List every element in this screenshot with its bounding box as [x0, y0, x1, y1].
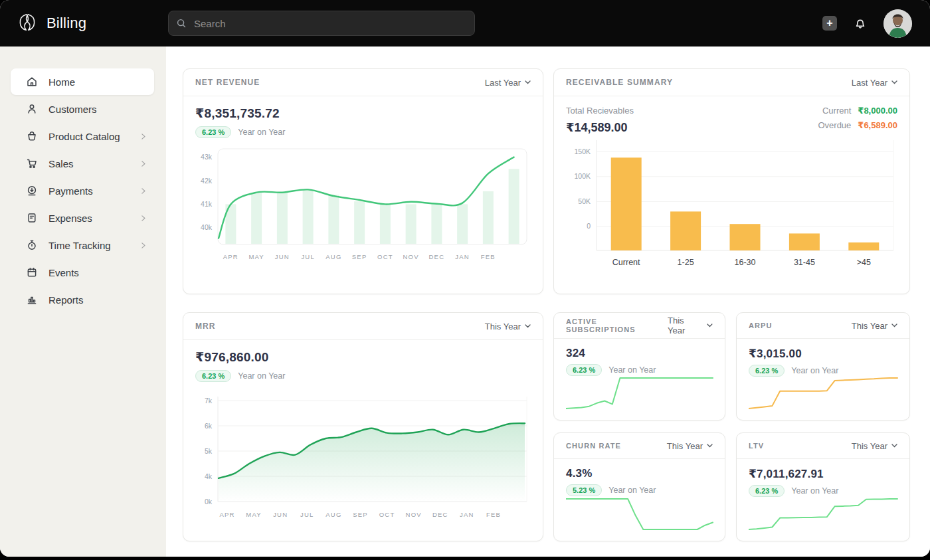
main-content: NET REVENUE Last Year ₹8,351,735.72 6.23… — [166, 47, 930, 557]
arpu-sparkline — [749, 375, 899, 411]
sales-icon — [25, 157, 39, 170]
events-icon — [25, 266, 39, 279]
period-selector[interactable]: This Year — [485, 322, 531, 331]
svg-text:JUL: JUL — [300, 511, 314, 518]
svg-text:31-45: 31-45 — [794, 258, 815, 267]
period-selector[interactable]: Last Year — [852, 78, 897, 88]
svg-text:APR: APR — [223, 253, 238, 260]
net-revenue-card: NET REVENUE Last Year ₹8,351,735.72 6.23… — [183, 68, 543, 294]
svg-text:FEB: FEB — [486, 511, 501, 518]
sidebar-item-sales[interactable]: Sales — [11, 150, 154, 177]
sidebar-item-payments[interactable]: Payments — [11, 177, 154, 204]
mrr-chart: 0k4k5k6k7kAPRMAYJUNJULAUGSEPOCTNOVDECJAN… — [195, 389, 531, 525]
sidebar-item-expenses[interactable]: Expenses — [11, 205, 154, 231]
sidebar-item-home[interactable]: Home — [11, 68, 154, 95]
svg-text:7k: 7k — [205, 397, 213, 405]
user-avatar[interactable] — [884, 9, 912, 38]
notifications-bell-icon[interactable] — [853, 16, 868, 31]
current-label: Current — [822, 106, 851, 116]
total-receivables-value: ₹14,589.00 — [566, 120, 634, 135]
receivables-breakdown: Current ₹8,000.00 Overdue ₹6,589.00 — [818, 106, 897, 135]
sidebar-item-label: Home — [48, 76, 75, 88]
current-value: ₹8,000.00 — [858, 106, 897, 116]
svg-text:16-30: 16-30 — [735, 258, 756, 267]
svg-text:APR: APR — [219, 511, 234, 518]
churn-rate-sparkline — [566, 496, 714, 532]
active-subscriptions-sparkline — [566, 375, 714, 411]
svg-text:OCT: OCT — [377, 253, 393, 260]
period-label: This Year — [852, 321, 887, 331]
period-selector[interactable]: Last Year — [485, 78, 531, 88]
chevron-down-icon — [707, 444, 713, 448]
period-selector[interactable]: This Year — [852, 321, 897, 331]
payments-icon — [25, 184, 39, 197]
period-label: This Year — [852, 441, 887, 451]
svg-text:MAY: MAY — [248, 253, 264, 260]
svg-text:SEP: SEP — [352, 253, 367, 260]
churn-rate-value: 4.3% — [566, 467, 713, 480]
sidebar-item-label: Expenses — [48, 213, 92, 224]
chevron-down-icon — [525, 324, 531, 328]
add-new-button[interactable]: + — [822, 16, 837, 31]
period-selector[interactable]: This Year — [667, 441, 713, 451]
overdue-value: ₹6,589.00 — [858, 120, 897, 130]
svg-text:0: 0 — [587, 222, 591, 230]
product-catalog-icon — [25, 130, 39, 143]
search-bar — [168, 11, 475, 36]
customers-icon — [25, 102, 39, 116]
card-title: RECEIVABLE SUMMARY — [566, 78, 673, 87]
sidebar-item-events[interactable]: Events — [11, 259, 154, 286]
app-title: Billing — [46, 15, 86, 32]
svg-text:NOV: NOV — [406, 511, 422, 518]
period-label: This Year — [667, 441, 703, 451]
sidebar-item-label: Product Catalog — [48, 131, 120, 142]
svg-text:5k: 5k — [205, 447, 213, 455]
chevron-right-icon — [139, 241, 147, 250]
svg-text:NOV: NOV — [403, 253, 419, 260]
yoy-badge: 5.23 % — [566, 484, 602, 496]
svg-text:41k: 41k — [201, 200, 213, 208]
yoy-label: Year on Year — [608, 365, 656, 375]
yoy-label: Year on Year — [791, 366, 838, 375]
expenses-icon — [25, 211, 39, 225]
sidebar: HomeCustomersProduct CatalogSalesPayment… — [0, 47, 166, 557]
svg-text:DEC: DEC — [432, 511, 448, 518]
chevron-right-icon — [139, 132, 147, 141]
brand: Billing — [16, 12, 159, 35]
yoy-badge: 6.23 % — [195, 370, 231, 382]
sidebar-nav: HomeCustomersProduct CatalogSalesPayment… — [0, 68, 166, 313]
yoy-label: Year on Year — [238, 128, 285, 137]
churn-rate-card: CHURN RATE This Year 4.3% 5.23 % Year on… — [553, 432, 725, 541]
sidebar-item-customers[interactable]: Customers — [11, 96, 154, 122]
reports-icon — [25, 293, 39, 306]
search-input[interactable] — [168, 11, 475, 36]
sidebar-item-reports[interactable]: Reports — [11, 286, 154, 313]
svg-text:150K: 150K — [574, 147, 591, 155]
sidebar-item-time-tracking[interactable]: Time Tracking — [11, 232, 154, 258]
active-subscriptions-card: ACTIVE SUBSCRIPTIONS This Year 324 6.23 … — [553, 312, 725, 420]
ltv-sparkline — [749, 496, 899, 532]
period-label: Last Year — [485, 78, 521, 88]
time-tracking-icon — [25, 238, 39, 252]
sidebar-item-product-catalog[interactable]: Product Catalog — [11, 123, 154, 149]
period-selector[interactable]: This Year — [668, 316, 713, 335]
svg-text:0k: 0k — [205, 498, 213, 506]
sidebar-item-label: Events — [48, 267, 79, 278]
svg-text:SEP: SEP — [353, 511, 368, 518]
card-title: MRR — [195, 322, 216, 331]
yoy-badge: 6.23 % — [749, 485, 785, 497]
net-revenue-chart: 43k42k41k40kAPRMAYJUNJULAUGSEPOCTNOVDECJ… — [195, 147, 531, 267]
svg-text:6k: 6k — [205, 422, 213, 430]
chevron-right-icon — [139, 214, 147, 223]
chevron-down-icon — [525, 80, 531, 84]
svg-text:40k: 40k — [201, 223, 213, 231]
mrr-card: MRR This Year ₹976,860.00 6.23 % Year on… — [183, 312, 543, 541]
ltv-value: ₹7,011,627.91 — [749, 467, 897, 481]
card-title: ACTIVE SUBSCRIPTIONS — [566, 318, 668, 333]
overdue-label: Overdue — [818, 120, 851, 130]
search-icon — [175, 17, 187, 32]
svg-text:JUN: JUN — [275, 253, 290, 260]
period-selector[interactable]: This Year — [852, 441, 897, 451]
svg-text:JAN: JAN — [455, 253, 470, 260]
card-title: ARPU — [749, 322, 773, 329]
